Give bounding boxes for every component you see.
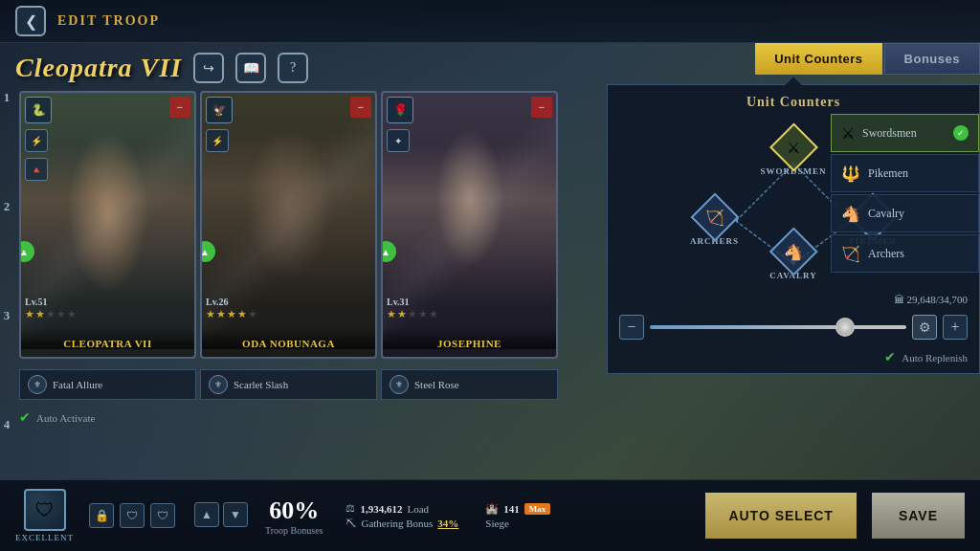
tab-bonuses[interactable]: Bonuses (884, 43, 980, 75)
star5: ★ (67, 308, 77, 320)
archers-list-icon: 🏹 (841, 245, 860, 263)
auto-activate-label: Auto Activate (36, 412, 95, 424)
josephine-card-name: JOSEPHINE (383, 326, 556, 349)
panel-title: Unit Counters (615, 85, 971, 116)
pikemen-list-name: Pikemen (868, 166, 908, 181)
quality-icon: 🛡 (24, 489, 66, 531)
auto-activate-row: ✔ Auto Activate (0, 408, 980, 428)
cleopatra-level: Lv.51 (25, 297, 48, 307)
star5: ★ (429, 308, 438, 320)
hero-card-cleopatra[interactable]: 🐍 − ⚡ 🔺 ▲ Lv.51 ★ ★ ★ ★ ★ CLEOPATRA VII (19, 91, 196, 359)
nobunaga-skill-icon: ⚡ (206, 129, 229, 152)
skill-icon-scarlet: ⚜ (209, 375, 228, 394)
gathering-pct: 34% (437, 518, 458, 529)
troop-bonuses-label: Troop Bonuses (265, 525, 323, 536)
cavalry-icon: 🐴 (784, 243, 803, 261)
hero-card-josephine[interactable]: 🌹 − ✦ ▲ Lv.31 ★ ★ ★ ★ ★ JOSEPHINE (381, 91, 558, 359)
arrow-down-icon[interactable]: ▼ (223, 502, 248, 527)
row-num-2: 2 (4, 199, 11, 214)
share-button[interactable]: ↪ (193, 53, 224, 83)
unit-counters-panel: Unit Counters ⚔ (607, 84, 980, 374)
star3: ★ (227, 308, 236, 320)
shield-icon-1: 🛡 (120, 503, 145, 528)
bottom-icons-row: 🔒 🛡 🛡 (89, 503, 175, 528)
siege-label-row: Siege (485, 518, 550, 529)
nobunaga-stars: ★ ★ ★ ★ ★ (206, 308, 257, 320)
star1: ★ (25, 308, 34, 320)
stats-block: ⚖ 1,934,612 Load ⛏ Gathering Bonus 34% (345, 502, 458, 529)
troop-quality: 🛡 EXCELLENT (15, 489, 74, 542)
increase-btn[interactable]: + (943, 315, 968, 340)
unit-list-swordsmen[interactable]: ⚔ Swordsmen ✓ (831, 114, 979, 152)
josephine-skill-icon: ✦ (387, 129, 410, 152)
arrow-up-icon[interactable]: ▲ (194, 502, 219, 527)
node-swordsmen: ⚔ SWORDSMEN (760, 130, 826, 176)
cleopatra-remove-btn[interactable]: − (169, 97, 190, 118)
panel-arrow (784, 76, 803, 85)
tab-unit-counters[interactable]: Unit Counters (755, 43, 881, 75)
pikemen-list-icon: 🔱 (841, 165, 860, 183)
swordsmen-badge: ✓ (953, 125, 969, 141)
skill-scarlet-slash[interactable]: ⚜ Scarlet Slash (200, 369, 377, 400)
slider-thumb[interactable] (835, 318, 855, 337)
row-numbers: 1 2 3 4 (0, 43, 13, 479)
star2: ★ (397, 308, 407, 320)
star4: ★ (56, 308, 66, 320)
nobunaga-remove-btn[interactable]: − (350, 97, 371, 118)
archers-list-name: Archers (868, 247, 904, 261)
bottom-arrows-row: ▲ ▼ (194, 502, 248, 527)
swordsmen-diamond: ⚔ (769, 123, 818, 172)
troop-percentage: 60% (269, 496, 319, 525)
siege-badge: Max (524, 503, 551, 515)
load-row: ⚖ 1,934,612 Load (345, 502, 458, 515)
josephine-faction-icon: 🌹 (387, 97, 413, 123)
josephine-remove-btn[interactable]: − (531, 97, 552, 118)
quality-label: EXCELLENT (15, 533, 74, 542)
decrease-btn[interactable]: − (619, 315, 644, 340)
top-bar: ❮ EDIT TROOP (0, 0, 980, 43)
hero-card-nobunaga[interactable]: 🦅 − ⚡ ▲ Lv.26 ★ ★ ★ ★ ★ ODA NOBUNAGA (200, 91, 377, 359)
skill-name-rose: Steel Rose (414, 379, 459, 390)
star1: ★ (387, 308, 396, 320)
load-label: Load (407, 503, 429, 515)
auto-activate-check: ✔ (19, 409, 31, 426)
load-val: 1,934,612 (360, 503, 402, 515)
skill-name-scarlet: Scarlet Slash (234, 379, 288, 390)
siege-icon: 🏰 (485, 502, 499, 515)
troop-count: 🏛 29,648/34,700 (608, 294, 979, 309)
unit-list-cavalry[interactable]: 🐴 Cavalry (831, 194, 979, 232)
auto-select-button[interactable]: AUTO SELECT (705, 493, 857, 539)
book-button[interactable]: 📖 (235, 53, 266, 83)
archers-diamond: 🏹 (690, 193, 739, 242)
swordsmen-list-icon: ⚔ (841, 124, 855, 143)
siege-val: 141 (503, 503, 520, 515)
cleopatra-stars: ★ ★ ★ ★ ★ (25, 308, 77, 320)
star3: ★ (46, 308, 56, 320)
tabs-area: Unit Counters Bonuses (755, 43, 980, 75)
cavalry-list-icon: 🐴 (841, 205, 860, 223)
auto-replenish-row: ✔ Auto Replenish (608, 345, 979, 373)
bottom-bar: 🛡 EXCELLENT 🔒 🛡 🛡 ▲ ▼ 60% Troop Bonuses … (0, 479, 980, 551)
auto-replenish-label: Auto Replenish (902, 352, 968, 364)
skill-fatal-allure[interactable]: ⚜ Fatal Allure (19, 369, 196, 400)
help-button[interactable]: ? (278, 53, 308, 83)
lock-icon: 🔒 (89, 503, 114, 528)
troop-slider[interactable] (650, 325, 906, 329)
star2: ★ (35, 308, 45, 320)
skill-steel-rose[interactable]: ⚜ Steel Rose (381, 369, 558, 400)
hero-name: Cleopatra VII (15, 53, 182, 83)
star4: ★ (418, 308, 428, 320)
star2: ★ (216, 308, 226, 320)
skill-icon-rose: ⚜ (390, 375, 409, 394)
cavalry-list-name: Cavalry (868, 207, 904, 221)
back-button[interactable]: ❮ (15, 6, 46, 36)
cleopatra-card-name: CLEOPATRA VII (21, 326, 194, 349)
unit-list-pikemen[interactable]: 🔱 Pikemen (831, 154, 979, 192)
save-button[interactable]: SAVE (872, 493, 965, 539)
gathering-label: Gathering Bonus (361, 518, 433, 529)
siege-row: 🏰 141 Max (485, 502, 550, 515)
nobunaga-level: Lv.26 (206, 297, 229, 307)
star1: ★ (206, 308, 215, 320)
gear-btn[interactable]: ⚙ (912, 315, 937, 340)
unit-list-archers[interactable]: 🏹 Archers (831, 234, 979, 273)
